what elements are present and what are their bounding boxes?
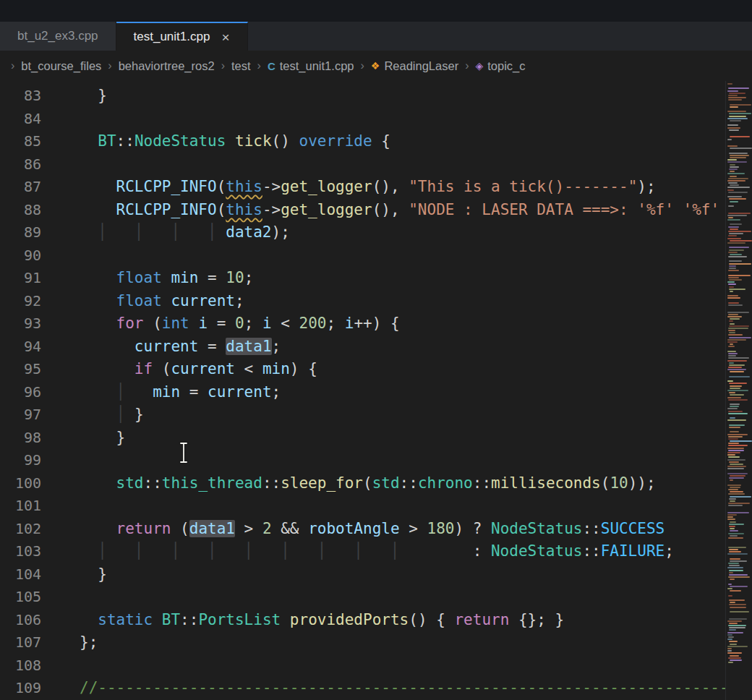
symbol-method-icon: ◈ — [475, 61, 483, 71]
code-editor: 8384858687888990919293949596979899100101… — [0, 81, 752, 700]
breadcrumb-item-behaviortree-ros2[interactable]: behaviortree_ros2 — [119, 59, 215, 73]
line-number[interactable]: 104 — [0, 563, 51, 586]
code-line[interactable] — [80, 153, 725, 176]
code-line[interactable]: float min = 10; — [80, 267, 725, 290]
code-line[interactable] — [80, 108, 725, 131]
chevron-right-icon: › — [108, 59, 111, 72]
code-lines[interactable]: } BT::NodeStatus tick() override { RCLCP… — [51, 81, 725, 700]
breadcrumb-label: bt_course_files — [21, 59, 101, 73]
line-number[interactable]: 84 — [0, 108, 51, 131]
breadcrumb-item-bt-course-files[interactable]: bt_course_files — [21, 59, 101, 73]
line-number[interactable]: 90 — [0, 244, 51, 268]
gutter: 8384858687888990919293949596979899100101… — [0, 81, 51, 700]
chevron-right-icon: › — [221, 59, 225, 72]
code-line[interactable] — [80, 449, 725, 472]
code-line[interactable]: } — [80, 427, 725, 450]
breadcrumb-label: behaviortree_ros2 — [119, 59, 215, 73]
code-line[interactable]: │ │ │ │ │ │ │ │ │ : NodeStatus::FAILURE; — [80, 540, 725, 563]
breadcrumb-label: test_unit1.cpp — [280, 59, 354, 73]
line-number[interactable]: 109 — [0, 677, 51, 700]
code-line[interactable]: BT::NodeStatus tick() override { — [80, 130, 725, 153]
breadcrumb-item-readinglaser[interactable]: ❖ ReadingLaser — [371, 59, 458, 73]
line-number[interactable]: 108 — [0, 654, 51, 678]
code-line[interactable]: if (current < min) { — [80, 358, 725, 381]
line-number[interactable]: 106 — [0, 609, 51, 632]
close-icon[interactable]: × — [221, 30, 229, 44]
chevron-right-icon: › — [465, 59, 469, 72]
title-bar — [0, 0, 752, 22]
code-line[interactable] — [80, 244, 725, 268]
code-line[interactable]: │ } — [80, 404, 725, 427]
code-line[interactable]: float current; — [80, 290, 725, 313]
line-number[interactable]: 102 — [0, 518, 51, 541]
line-number[interactable]: 94 — [0, 336, 51, 359]
line-number[interactable]: 87 — [0, 176, 51, 199]
line-number[interactable]: 92 — [0, 290, 51, 313]
tab-test-unit1[interactable]: test_unit1.cpp × — [116, 22, 248, 51]
line-number[interactable]: 95 — [0, 358, 51, 381]
breadcrumb-label: test — [231, 59, 251, 73]
tab-bt-u2-ex3[interactable]: bt_u2_ex3.cpp — [0, 22, 116, 51]
breadcrumb-label: topic_c — [487, 59, 525, 73]
code-line[interactable]: return (data1 > 2 && robotAngle > 180) ?… — [80, 518, 725, 541]
code-line[interactable]: std::this_thread::sleep_for(std::chrono:… — [80, 472, 725, 495]
code-line[interactable]: for (int i = 0; i < 200; i++) { — [80, 312, 725, 336]
tab-label: test_unit1.cpp — [134, 30, 210, 44]
code-line[interactable]: RCLCPP_INFO(this->get_logger(), "This is… — [80, 176, 725, 199]
line-number[interactable]: 88 — [0, 199, 51, 222]
line-number[interactable]: 103 — [0, 540, 51, 563]
line-number[interactable]: 99 — [0, 449, 51, 472]
line-number[interactable]: 83 — [0, 85, 51, 108]
code-line[interactable]: } — [80, 85, 725, 108]
code-line[interactable]: }; — [80, 631, 725, 654]
tab-bar: bt_u2_ex3.cpp test_unit1.cpp × — [0, 22, 752, 51]
minimap[interactable] — [725, 81, 752, 700]
line-number[interactable]: 107 — [0, 631, 51, 654]
chevron-right-icon: › — [11, 59, 14, 72]
line-number[interactable]: 100 — [0, 472, 51, 495]
breadcrumb-label: ReadingLaser — [384, 59, 458, 73]
line-number[interactable]: 93 — [0, 312, 51, 336]
code-line[interactable] — [80, 586, 725, 609]
symbol-class-icon: ❖ — [371, 61, 380, 71]
tab-label: bt_u2_ex3.cpp — [17, 29, 98, 43]
code-line[interactable]: static BT::PortsList providedPorts() { r… — [80, 609, 725, 632]
line-number[interactable]: 85 — [0, 130, 51, 153]
line-number[interactable]: 105 — [0, 586, 51, 609]
code-line[interactable]: //--------------------------------------… — [80, 677, 725, 700]
code-line[interactable]: } — [80, 563, 725, 586]
line-number[interactable]: 86 — [0, 153, 51, 176]
line-number[interactable]: 96 — [0, 381, 51, 404]
breadcrumb: › bt_course_files › behaviortree_ros2 › … — [0, 51, 752, 81]
code-line[interactable]: │ min = current; — [80, 381, 725, 404]
code-line[interactable]: │ │ │ │ data2); — [80, 221, 725, 244]
chevron-right-icon: › — [257, 59, 261, 72]
code-line[interactable] — [80, 495, 725, 518]
cpp-file-icon: C — [268, 61, 275, 72]
breadcrumb-item-test-unit1-cpp[interactable]: C test_unit1.cpp — [268, 59, 354, 73]
breadcrumb-item-test[interactable]: test — [231, 59, 251, 73]
code-line[interactable] — [80, 654, 725, 678]
chevron-right-icon: › — [361, 59, 364, 72]
code-line[interactable]: RCLCPP_INFO(this->get_logger(), "NODE : … — [80, 199, 725, 222]
line-number[interactable]: 98 — [0, 427, 51, 450]
line-number[interactable]: 101 — [0, 495, 51, 518]
breadcrumb-item-topic-callback[interactable]: ◈ topic_c — [475, 59, 525, 73]
line-number[interactable]: 97 — [0, 404, 51, 427]
code-line[interactable]: current = data1; — [80, 336, 725, 359]
line-number[interactable]: 91 — [0, 267, 51, 290]
line-number[interactable]: 89 — [0, 221, 51, 244]
